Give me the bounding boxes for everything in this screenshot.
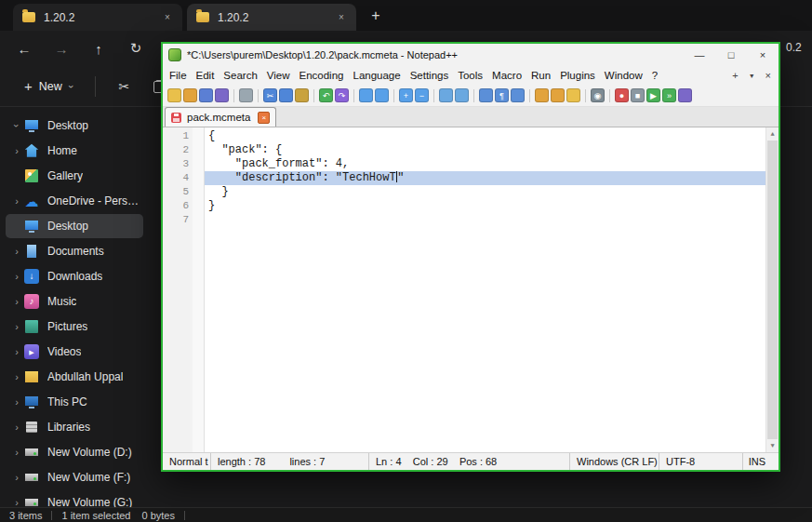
chevron-right-icon[interactable]: › <box>9 145 24 156</box>
document-map-icon[interactable] <box>535 88 549 102</box>
close-button[interactable]: × <box>747 44 779 66</box>
code-line-5[interactable]: } <box>205 185 765 199</box>
playback-macro-icon[interactable]: ▶ <box>646 88 660 102</box>
menu-item-window[interactable]: Window <box>600 70 647 81</box>
chevron-right-icon[interactable]: › <box>9 346 24 357</box>
close-tab-icon[interactable]: × <box>160 12 175 22</box>
redo-icon[interactable]: ↷ <box>335 88 349 102</box>
run-macro-multiple-icon[interactable]: » <box>662 88 676 102</box>
record-macro-icon[interactable]: ● <box>615 88 629 102</box>
paste-icon[interactable] <box>295 88 309 102</box>
cut-icon[interactable]: ✂ <box>263 88 277 102</box>
dropdown-icon[interactable]: ▼ <box>749 73 755 79</box>
indent-guide-icon[interactable] <box>511 88 525 102</box>
address-bar-fragment[interactable]: 0.2 <box>786 41 802 54</box>
sidebar-item-new-volume-f[interactable]: ›New Volume (F:) <box>6 465 143 489</box>
code-line-3[interactable]: "pack_format": 4, <box>205 157 765 171</box>
scroll-down-icon[interactable]: ▼ <box>766 439 779 452</box>
zoom-in-icon[interactable]: + <box>399 88 413 102</box>
up-button[interactable]: ↑ <box>80 41 117 57</box>
close-tab-icon[interactable]: × <box>258 112 270 124</box>
undo-icon[interactable]: ↶ <box>319 88 333 102</box>
stop-macro-icon[interactable]: ■ <box>631 88 645 102</box>
sidebar-item-abdullah-uppal[interactable]: ›Abdullah Uppal <box>6 365 143 389</box>
document-tab[interactable]: pack.mcmeta × <box>165 107 276 127</box>
menu-item-view[interactable]: View <box>262 70 295 81</box>
sidebar-item-new-volume-d[interactable]: ›New Volume (D:) <box>6 440 143 464</box>
menu-item-tools[interactable]: Tools <box>453 70 487 81</box>
code-line-7[interactable] <box>205 213 765 227</box>
open-folder-icon[interactable] <box>183 88 197 102</box>
npp-title-bar[interactable]: *C:\Users\purem\Desktop\1.20.2\pack.mcme… <box>163 44 779 66</box>
show-all-characters-icon[interactable]: ¶ <box>495 88 509 102</box>
vertical-scrollbar[interactable]: ▲ ▼ <box>765 127 779 452</box>
minimize-button[interactable]: — <box>684 44 715 66</box>
sidebar-item-music[interactable]: ›♪Music <box>6 289 143 314</box>
code-line-4[interactable]: "description": "TechHowT" <box>205 171 765 185</box>
function-list-icon[interactable] <box>551 88 565 102</box>
cut-icon[interactable]: ✂ <box>118 79 129 94</box>
menu-item-encoding[interactable]: Encoding <box>295 70 349 81</box>
chevron-right-icon[interactable]: › <box>9 371 24 382</box>
chevron-right-icon[interactable]: › <box>9 195 24 207</box>
folder-as-workspace-icon[interactable] <box>566 88 580 102</box>
menu-item-file[interactable]: File <box>165 70 192 81</box>
chevron-right-icon[interactable]: › <box>9 396 24 408</box>
sync-horizontal-icon[interactable] <box>455 88 469 102</box>
back-button[interactable]: ← <box>6 41 43 57</box>
code-line-1[interactable]: { <box>205 129 765 143</box>
sidebar-item-onedrive-personal[interactable]: ›☁OneDrive - Personal <box>6 189 143 213</box>
menu-item-help[interactable]: ? <box>647 70 662 81</box>
new-file-icon[interactable] <box>167 88 181 102</box>
editor-area[interactable]: 1234567 { "pack": { "pack_format": 4, "d… <box>163 127 779 452</box>
replace-icon[interactable] <box>375 88 389 102</box>
chevron-right-icon[interactable]: › <box>9 321 24 332</box>
copy-icon[interactable] <box>279 88 293 102</box>
close-tab-icon[interactable]: × <box>334 12 349 22</box>
menu-item-language[interactable]: Language <box>348 70 405 81</box>
print-icon[interactable] <box>239 88 253 102</box>
sidebar-item-new-volume-g[interactable]: ›New Volume (G:) <box>6 490 143 507</box>
menu-item-run[interactable]: Run <box>526 70 555 81</box>
save-macro-icon[interactable] <box>678 88 692 102</box>
chevron-right-icon[interactable]: › <box>9 296 24 307</box>
sidebar-item-libraries[interactable]: ›Libraries <box>6 415 143 439</box>
zoom-out-icon[interactable]: − <box>415 88 429 102</box>
explorer-tab-active[interactable]: 1.20.2 × <box>187 4 356 31</box>
scrollbar-thumb[interactable] <box>767 141 778 439</box>
sidebar-item-videos[interactable]: ›▶Videos <box>6 340 143 364</box>
menu-item-plugins[interactable]: Plugins <box>555 70 600 81</box>
code-line-6[interactable]: } <box>205 199 765 213</box>
sidebar-item-home[interactable]: ›Home <box>6 139 143 163</box>
menu-item-settings[interactable]: Settings <box>406 70 454 81</box>
save-icon[interactable] <box>199 88 213 102</box>
plus-icon[interactable]: + <box>732 70 738 81</box>
menu-item-macro[interactable]: Macro <box>487 70 526 81</box>
new-tab-button[interactable]: + <box>366 7 385 24</box>
word-wrap-icon[interactable] <box>479 88 493 102</box>
scroll-up-icon[interactable]: ▲ <box>766 127 779 141</box>
sidebar-item-downloads[interactable]: ›↓Downloads <box>6 264 143 288</box>
monitoring-icon[interactable]: ◉ <box>591 88 605 102</box>
editor-code[interactable]: { "pack": { "pack_format": 4, "descripti… <box>205 127 765 452</box>
explorer-tab[interactable]: 1.20.2 × <box>13 4 182 31</box>
code-line-2[interactable]: "pack": { <box>205 143 765 157</box>
chevron-right-icon[interactable]: › <box>9 271 24 282</box>
chevron-right-icon[interactable]: › <box>9 472 24 483</box>
find-icon[interactable] <box>359 88 373 102</box>
chevron-right-icon[interactable]: › <box>9 422 24 433</box>
new-button[interactable]: + New › <box>15 73 82 100</box>
menu-item-edit[interactable]: Edit <box>192 70 220 81</box>
sidebar-item-pictures[interactable]: ›Pictures <box>6 315 143 339</box>
chevron-down-icon[interactable]: › <box>9 120 24 131</box>
sidebar-item-this-pc[interactable]: ›This PC <box>6 390 143 414</box>
sidebar-item-desktop[interactable]: Desktop <box>6 214 143 238</box>
save-all-icon[interactable] <box>215 88 229 102</box>
sidebar-item-documents[interactable]: ›Documents <box>6 239 143 263</box>
forward-button[interactable]: → <box>43 41 80 57</box>
close-icon[interactable]: × <box>765 70 771 81</box>
sync-vertical-icon[interactable] <box>439 88 453 102</box>
maximize-button[interactable]: □ <box>715 44 747 66</box>
sidebar-item-gallery[interactable]: Gallery <box>6 164 143 188</box>
menu-item-search[interactable]: Search <box>219 70 261 81</box>
